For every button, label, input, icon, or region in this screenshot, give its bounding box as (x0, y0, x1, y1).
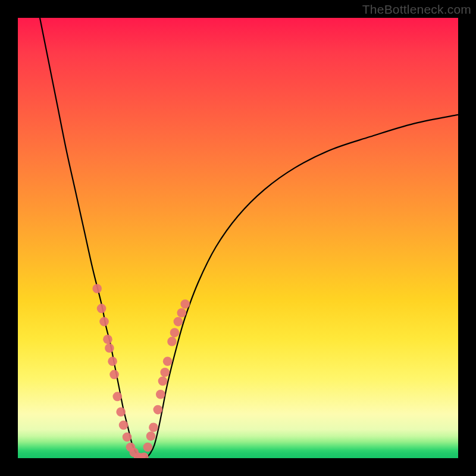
data-point (109, 370, 119, 380)
sample-dots-right (143, 299, 190, 452)
data-point (126, 443, 136, 452)
data-point (105, 343, 114, 353)
data-point (149, 422, 158, 432)
data-point (180, 299, 190, 309)
data-point (156, 390, 165, 399)
data-point (177, 308, 186, 318)
data-point (137, 453, 145, 458)
watermark-text: TheBottleneck.com (362, 2, 471, 17)
data-point (134, 453, 142, 458)
data-point (97, 304, 107, 314)
data-point (160, 368, 170, 377)
chart-stage: TheBottleneck.com (0, 0, 476, 476)
curve-svg (18, 18, 458, 458)
data-point (92, 284, 102, 293)
data-point (158, 377, 168, 386)
data-point (123, 433, 132, 442)
data-point (170, 328, 180, 337)
data-point (154, 405, 163, 415)
data-point (140, 453, 148, 458)
data-point (174, 317, 183, 327)
sample-dots-bottom (134, 453, 149, 458)
data-point (167, 337, 177, 346)
data-point (130, 448, 139, 458)
bottleneck-curve (40, 18, 458, 458)
data-point (103, 334, 112, 344)
data-point (163, 356, 173, 366)
plot-area (18, 18, 458, 458)
data-point (112, 392, 122, 402)
data-point (108, 356, 117, 366)
data-point (119, 421, 129, 430)
data-point (143, 443, 153, 452)
data-point (116, 408, 126, 417)
sample-dots-left (92, 284, 139, 457)
data-point (146, 431, 156, 441)
data-point (99, 317, 109, 327)
